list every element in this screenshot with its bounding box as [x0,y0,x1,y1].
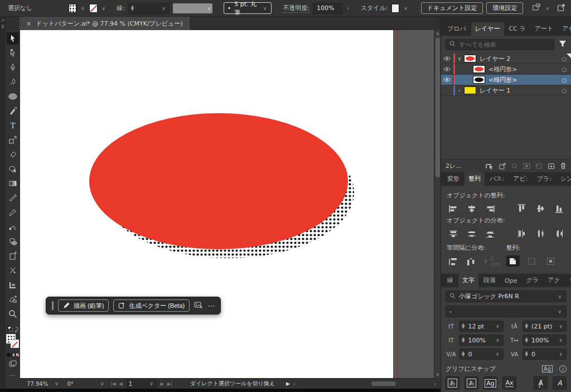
perspective-grid-tool[interactable] [7,279,19,291]
contextual-task-bar[interactable]: 描画 (鉛筆) 生成ベクター (Beta) ⋯ [46,297,221,314]
document-setup-button[interactable]: ドキュメント設定 [421,2,483,14]
tab-assets[interactable]: アセッ [558,22,571,36]
fill-stroke-indicator[interactable] [6,334,20,351]
panel-resize-notch[interactable] [567,54,571,58]
target-icon[interactable]: ○ [558,66,571,72]
dock-grip-icon[interactable]: ≡≡ [0,25,6,28]
width-tool[interactable] [7,192,19,204]
font-size-field[interactable]: ▲▼12 pt∨ [459,321,504,332]
tab-symbols[interactable]: シンボ [557,172,571,186]
panel-options-icon[interactable] [532,3,541,13]
tab-brushes[interactable]: ブラ: [533,172,555,186]
vertical-scroll-thumb[interactable] [435,38,440,177]
tab-opentype[interactable]: Ope [501,275,521,287]
distribute-bottom-icon[interactable] [483,228,496,239]
pen-tool[interactable] [7,61,19,74]
swap-fill-stroke-icon[interactable]: ⤸ [15,326,18,333]
last-artboard-icon[interactable]: ▶| [167,381,172,386]
fill-swatch[interactable] [69,4,77,13]
tab-cc-libraries[interactable]: CC ラ [505,22,530,36]
tab-pathfinder[interactable]: パス: [486,172,508,186]
none-button[interactable] [16,353,20,357]
align-to-artboard-icon[interactable] [506,255,520,267]
vertical-distribute-space-icon[interactable] [447,256,459,267]
layer-row-layer1[interactable]: › レイヤー 1 ○ [441,85,571,96]
gradient-button[interactable] [11,353,15,357]
snap-anchor-point-button[interactable]: A [553,376,567,390]
color-button[interactable] [7,353,11,357]
visibility-eye-icon[interactable] [441,64,453,74]
artboard-chevron-icon[interactable]: ∨ [148,381,154,386]
brush-definition-dropdown[interactable]: • 5 pt. 丸筆 ∨ [224,2,272,14]
layer-row-ellipse-red[interactable]: <楕円形> ○ [441,64,571,75]
tab-links[interactable]: リン [565,274,571,287]
selection-tool[interactable] [7,32,19,45]
tab-layers[interactable]: レイヤー [471,22,504,36]
stroke-weight-chevron-icon[interactable]: ∨ [161,6,167,11]
shape-builder-tool[interactable] [7,293,19,306]
artboard-number-dropdown[interactable]: 1∨ [126,380,157,388]
font-family-field[interactable]: 小塚ゴシック Pr6N R ∨ [446,291,567,302]
expand-layer-icon[interactable]: ∨ [455,56,464,61]
paintbrush-tool[interactable] [7,105,19,117]
stroke-weight-field[interactable]: ▲▼ ∨ [128,3,170,14]
tab-paragraph[interactable]: 段落 [480,274,500,287]
horizontal-scale-field[interactable]: ▲▼100%∨ [522,335,567,346]
tab-appearance[interactable]: アピ: [509,172,531,186]
font-size-chevron-icon[interactable]: ∨ [495,323,501,329]
rotation-dropdown[interactable]: 0°∨ [65,381,108,387]
align-left-icon[interactable] [447,203,459,214]
preferences-button[interactable]: 環境設定 [486,2,523,14]
vertical-scale-field[interactable]: ▲▼100%∨ [459,335,504,346]
artwork[interactable] [20,30,434,378]
first-artboard-icon[interactable]: |◀ [111,381,116,386]
kerning-chevron-icon[interactable]: ∨ [495,351,501,357]
symbol-sprayer-tool[interactable] [7,235,19,248]
distribute-left-icon[interactable] [515,228,528,239]
shaper-tool[interactable] [7,163,19,175]
share-document-icon[interactable] [557,3,565,13]
search-input[interactable] [459,41,550,49]
font-family-chevron-icon[interactable]: ∨ [557,294,563,299]
horizontal-distribute-space-icon[interactable] [465,256,478,267]
layer-row-ellipse-black-selected[interactable]: <楕円形> ○ [441,75,571,85]
status-play-icon[interactable]: ▶ [286,381,290,386]
document-tab[interactable]: × ドットパターン.ai* @ 77.94 % (CMYK/プレビュー) [20,17,190,30]
tab-stroke[interactable]: 線 [443,274,457,287]
next-artboard-icon[interactable]: ▶ [161,381,164,386]
font-style-chevron-icon[interactable]: ∨ [557,309,563,314]
layer-name[interactable]: <楕円形> [488,65,558,74]
horizontal-scroll-thumb[interactable] [371,381,396,386]
snap-glyph-bounds-button[interactable]: Ag [483,376,497,390]
leading-chevron-icon[interactable]: ∨ [558,323,564,329]
horizontal-scale-chevron-icon[interactable]: ∨ [558,337,564,343]
screen-mode-icon[interactable] [9,360,17,369]
style-swatch[interactable] [391,4,400,13]
expand-dock-icon[interactable]: » [0,18,6,23]
taskbar-more-icon[interactable]: ⋯ [207,302,215,310]
type-tool[interactable]: T [7,119,19,132]
align-center-horizontal-icon[interactable] [465,203,478,214]
reference-image-icon[interactable] [194,301,203,311]
distribute-center-horizontal-icon[interactable] [534,228,547,239]
glyph-guides-icon[interactable]: Ag [542,365,553,372]
layers-search-field[interactable] [446,39,554,50]
ellipse-tool[interactable] [7,90,19,103]
zoom-chevron-icon[interactable]: ∨ [54,381,60,386]
tab-actions[interactable]: アク [544,274,564,287]
direct-selection-tool[interactable] [7,47,19,59]
align-to-selection-icon[interactable] [525,255,539,267]
tab-transform[interactable]: 変形 [443,172,463,186]
tracking-field[interactable]: ▲▼0∨ [522,349,567,360]
snap-x-height-button[interactable]: Ax [502,376,516,390]
tab-character[interactable]: 文字 [458,274,478,287]
stroke-stepper[interactable]: ▲▼ [131,6,134,11]
tab-artboards[interactable]: アート [531,22,558,36]
delete-layer-icon[interactable] [560,162,567,170]
gradient-tool[interactable] [7,177,19,190]
opacity-label[interactable]: 不透明度: [283,4,309,13]
zoom-level-dropdown[interactable]: 77.94%∨ [25,381,62,387]
snap-angular-guides-button[interactable]: A [534,376,548,390]
layer-thumbnail-yellow[interactable] [464,86,476,94]
edit-toolbar-icon[interactable]: ⋯ [9,372,16,379]
